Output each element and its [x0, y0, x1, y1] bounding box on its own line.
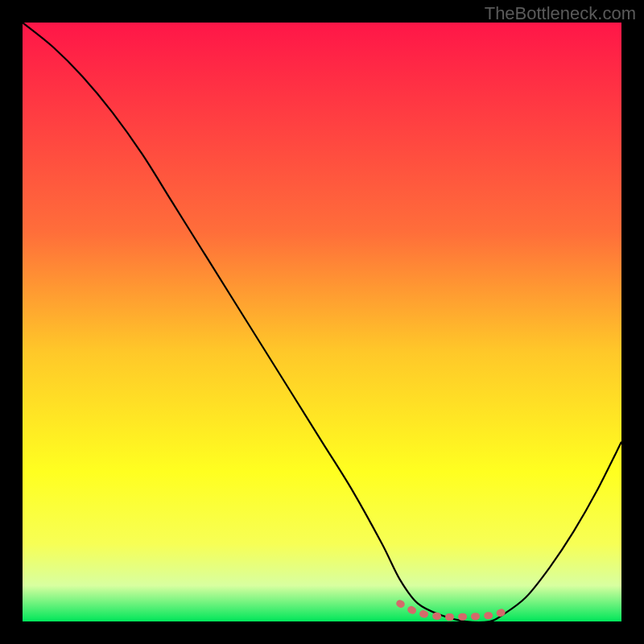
bottleneck-curve — [23, 23, 621, 621]
watermark-label: TheBottleneck.com — [485, 3, 636, 24]
chart-curve-layer — [23, 23, 621, 621]
plot-area — [23, 23, 621, 621]
optimal-range-marker — [400, 604, 502, 617]
